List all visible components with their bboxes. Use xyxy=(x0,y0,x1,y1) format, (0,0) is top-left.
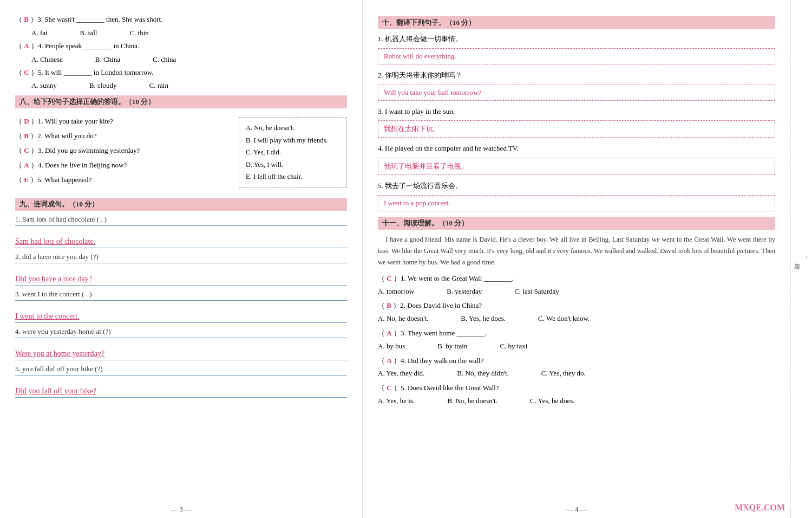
s8-q4: （ A ）4. Does he live in Beijing now? xyxy=(15,160,230,171)
reading-passage: I have a good friend. His name is David.… xyxy=(378,234,775,269)
s8-q2: （ B ）2. What will you do? xyxy=(15,131,230,142)
section11-header: 十一、阅读理解。（10 分） xyxy=(378,217,775,230)
s11-q4: （ A ）4. Did they walk on the wall? A. Ye… xyxy=(378,355,775,380)
left-page: （ B ）3. She wasn't ________ then. She wa… xyxy=(0,0,363,518)
s9-q3-answer: I went to the concert. xyxy=(15,312,80,321)
s11-q3-a: A. by bus xyxy=(378,341,405,352)
s8-q1: （ D ）1. Will you take your kite? xyxy=(15,116,230,127)
s11-q3-b: B. by train xyxy=(437,341,467,352)
s9-q4-words: 4. were you yesterday home at (?) xyxy=(15,327,347,336)
q4-opt-a: A. Chinese xyxy=(31,55,63,64)
s10-q5: 5. 我去了一场流行音乐会。 I went to a pop concert. xyxy=(378,180,775,211)
s10-q3: 3. I want to play in the sun. 我想在太阳下玩。 xyxy=(378,106,775,138)
s9-q3: 3. went I to the concert ( . ) I went to… xyxy=(15,290,347,323)
s10-q2-answer: Will you take your ball tomorrow? xyxy=(378,85,775,101)
mc-q4: （ A ）4. People speak ________ in China. xyxy=(15,41,347,52)
s11-q1-opts: A. tomorrow B. yesterday C. last Saturda… xyxy=(378,286,775,297)
s9-q1-words: 1. Sam lots of had chocolate ( . ) xyxy=(15,215,347,224)
s10-q5-answer: I went to a pop concert. xyxy=(378,195,775,211)
s9-q2: 2. did a have nice you day (?) Did you h… xyxy=(15,252,347,286)
s9-q3-words: 3. went I to the concert ( . ) xyxy=(15,290,347,299)
section8-header: 八、给下列句子选择正确的答语。（10 分） xyxy=(15,95,347,108)
s9-q2-answer: Did you have a nice day? xyxy=(15,275,92,283)
section10-header: 十、翻译下列句子。（10 分） xyxy=(378,16,775,29)
s9-q5: 5. you fall did off your bike (?) Did yo… xyxy=(15,365,347,398)
s8-q3: （ C ）3. Did you go swimming yesterday? xyxy=(15,145,230,157)
s10-q4-text: 4. He played on the computer and he watc… xyxy=(378,143,775,154)
left-page-num: — 3 — xyxy=(171,505,192,514)
exam-page: （ B ）3. She wasn't ________ then. She wa… xyxy=(0,0,812,518)
s10-q4: 4. He played on the computer and he watc… xyxy=(378,143,775,175)
match-d: D. Yes, I will. xyxy=(246,159,340,171)
s9-q4-answer: Were you at home yesterday? xyxy=(15,349,104,358)
s11-q1: （ C ）1. We went to the Great Wall ______… xyxy=(378,273,775,297)
s11-q1-b: B. yesterday xyxy=(447,286,482,297)
s10-q1: 1. 机器人将会做一切事情。 Robot will do everything. xyxy=(378,34,775,64)
section8-answers: A. No, he doesn't. B. I will play with m… xyxy=(239,117,347,188)
q4-opt-b: B. China xyxy=(95,55,120,64)
section11-questions: （ C ）1. We went to the Great Wall ______… xyxy=(378,273,775,407)
s11-q2-c: C. We don't know. xyxy=(538,313,590,325)
s10-q5-text: 5. 我去了一场流行音乐会。 xyxy=(378,180,775,192)
right-page: 十、翻译下列句子。（10 分） 1. 机器人将会做一切事情。 Robot wil… xyxy=(363,0,790,518)
s10-q3-text: 3. I want to play in the sun. xyxy=(378,106,775,118)
s11-q2: （ B ）2. Does David live in China? A. No,… xyxy=(378,300,775,325)
answer-b: B xyxy=(24,15,29,23)
q5-opt-b: B. cloudy xyxy=(89,81,117,90)
s11-q4-opts: A. Yes, they did. B. No, they didn't. C.… xyxy=(378,368,775,379)
q3-opt-a: A. fat xyxy=(31,29,48,37)
mc-questions-group: （ B ）3. She wasn't ________ then. She wa… xyxy=(15,14,347,90)
s9-q3-answer-area: I went to the concert. xyxy=(15,300,347,323)
s11-q5-a: A. Yes, he is. xyxy=(378,396,415,407)
s9-q5-words: 5. you fall did off your bike (?) xyxy=(15,365,347,373)
mc-q5: （ C ）5. It will ________ in London tomor… xyxy=(15,67,347,79)
section9-content: 1. Sam lots of had chocolate ( . ) Sam h… xyxy=(15,215,347,398)
s9-q5-answer: Did you fall off your bike? xyxy=(15,387,96,396)
s9-q1: 1. Sam lots of had chocolate ( . ) Sam h… xyxy=(15,215,347,248)
s9-q4: 4. were you yesterday home at (?) Were y… xyxy=(15,327,347,360)
s11-q5-c: C. Yes, he does. xyxy=(530,396,575,407)
s11-q4-c: C. Yes, they do. xyxy=(541,368,586,379)
q4-options: A. Chinese B. China C. china xyxy=(31,55,347,64)
s9-q5-answer-area: Did you fall off your bike? xyxy=(15,375,347,398)
s11-q5: （ C ）5. Does David like the Great Wall? … xyxy=(378,383,775,407)
s11-q1-c: C. last Saturday xyxy=(514,286,559,297)
match-b: B. I will play with my friends. xyxy=(246,134,340,147)
q3-opt-b: B. tall xyxy=(80,29,97,37)
s11-q5-b: B. No, he doesn't. xyxy=(447,396,497,407)
q5-opt-a: A. sunny xyxy=(31,81,57,90)
s10-q1-text: 1. 机器人将会做一切事情。 xyxy=(378,34,775,45)
match-c: C. Yes, I did. xyxy=(246,146,340,159)
s11-q4-a: A. Yes, they did. xyxy=(378,368,424,379)
section10-content: 1. 机器人将会做一切事情。 Robot will do everything.… xyxy=(378,34,775,211)
section8-questions: （ D ）1. Will you take your kite? （ B ）2.… xyxy=(15,113,230,192)
s10-q2: 2. 你明天将带来你的球吗？ Will you take your ball t… xyxy=(378,70,775,101)
q5-opt-c: C. rain xyxy=(149,81,168,90)
answer-a: A xyxy=(24,42,29,50)
s10-q3-answer: 我想在太阳下玩。 xyxy=(378,120,775,138)
s9-q2-answer-area: Did you have a nice day? xyxy=(15,263,347,286)
side-margin: 请 在 密 封 线 内 作 答 ， 超 出 密 封 线 答 案 无 效 xyxy=(790,0,812,518)
match-e: E. I fell off the chair. xyxy=(246,171,340,183)
s9-q4-answer-area: Were you at home yesterday? xyxy=(15,338,347,360)
answer-c: C xyxy=(24,68,29,76)
s9-q1-answer-area: Sam had lots of chocolate. xyxy=(15,225,347,248)
q3-opt-c: C. thin xyxy=(129,29,148,37)
s10-q2-text: 2. 你明天将带来你的球吗？ xyxy=(378,70,775,81)
s10-q1-answer: Robot will do everything. xyxy=(378,48,775,64)
right-page-num: — 4 — xyxy=(566,505,587,514)
section8-content: （ D ）1. Will you take your kite? （ B ）2.… xyxy=(15,113,347,192)
q3-options: A. fat B. tall C. thin xyxy=(31,29,347,37)
s11-q3: （ A ）3. They went home ________. A. by b… xyxy=(378,328,775,352)
s11-q2-a: A. No, he doesn't. xyxy=(378,313,428,325)
watermark: MXQE.COM xyxy=(735,503,785,513)
s11-q2-opts: A. No, he doesn't. B. Yes, he does. C. W… xyxy=(378,313,775,325)
s8-q5: （ E ）5. What happened? xyxy=(15,174,230,186)
section9-header: 九、连词成句。（10 分） xyxy=(15,198,347,211)
s11-q3-opts: A. by bus B. by train C. by taxi xyxy=(378,341,775,352)
q4-opt-c: C. china xyxy=(153,55,176,64)
mc-q3: （ B ）3. She wasn't ________ then. She wa… xyxy=(15,14,347,25)
q5-options: A. sunny B. cloudy C. rain xyxy=(31,81,347,90)
s9-q1-answer: Sam had lots of chocolate. xyxy=(15,237,95,246)
s9-q2-words: 2. did a have nice you day (?) xyxy=(15,252,347,261)
